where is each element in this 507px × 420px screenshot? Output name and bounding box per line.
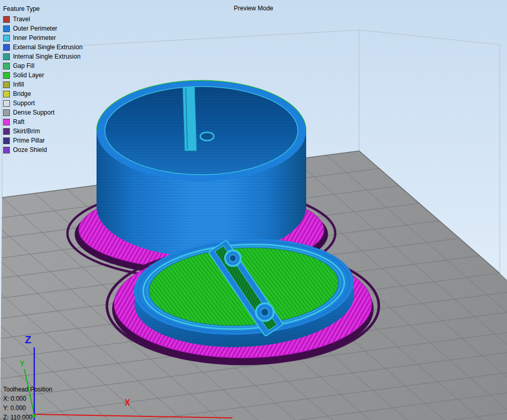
feature-type-legend: Feature Type TravelOuter PerimeterInner … — [3, 4, 83, 155]
legend-item: Skirt/Brim — [3, 127, 83, 136]
legend-item: Travel — [3, 15, 83, 24]
feature-color-swatch — [3, 100, 10, 107]
legend-item-label: Raft — [13, 117, 24, 127]
feature-color-swatch — [3, 25, 10, 32]
legend-item-label: Internal Single Extrusion — [13, 52, 80, 61]
legend-items: TravelOuter PerimeterInner PerimeterExte… — [3, 15, 83, 155]
legend-title: Feature Type — [3, 4, 83, 13]
legend-item: Inner Perimeter — [3, 33, 83, 43]
feature-color-swatch — [3, 109, 10, 116]
feature-color-swatch — [3, 63, 10, 69]
toolhead-title: Toolhead Position — [3, 385, 52, 394]
preview-mode-label: Preview Mode — [234, 5, 273, 12]
feature-color-swatch — [3, 128, 10, 135]
legend-item-label: Travel — [13, 15, 30, 24]
feature-color-swatch — [3, 72, 10, 79]
feature-color-swatch — [3, 53, 10, 60]
legend-item: Prime Pillar — [3, 136, 83, 145]
feature-color-swatch — [3, 16, 10, 23]
legend-item: Bridge — [3, 89, 83, 99]
legend-item: External Single Extrusion — [3, 43, 83, 52]
legend-item: Solid Layer — [3, 71, 83, 80]
feature-color-swatch — [3, 35, 10, 41]
legend-item-label: Skirt/Brim — [13, 127, 40, 136]
feature-color-swatch — [3, 44, 10, 51]
legend-item: Raft — [3, 117, 83, 127]
feature-color-swatch — [3, 91, 10, 97]
legend-item-label: Prime Pillar — [13, 136, 45, 145]
legend-item-label: External Single Extrusion — [13, 43, 83, 52]
legend-item: Ooze Shield — [3, 145, 83, 155]
legend-item-label: Ooze Shield — [13, 145, 47, 155]
preview-window: X Y Z Feature Type TravelOuter Perimeter… — [0, 0, 507, 420]
axis-x-label: X — [125, 398, 130, 407]
legend-item-label: Bridge — [13, 89, 31, 99]
legend-item: Internal Single Extrusion — [3, 52, 83, 61]
legend-item-label: Infill — [13, 80, 24, 89]
legend-item-label: Dense Support — [13, 108, 54, 117]
feature-color-swatch — [3, 147, 10, 153]
legend-item-label: Gap Fill — [13, 61, 34, 71]
toolhead-x-readout: X: 0.000 — [3, 394, 52, 403]
screw-boss — [200, 132, 214, 141]
internal-divider-wall — [183, 86, 197, 151]
legend-item: Infill — [3, 80, 83, 89]
toolhead-position-panel: Toolhead Position X: 0.000 Y: 0.000 Z: 1… — [3, 385, 52, 420]
toolhead-z-readout: Z: 110.000 — [3, 413, 52, 420]
toolhead-y-readout: Y: 0.000 — [3, 403, 52, 413]
legend-item-label: Inner Perimeter — [13, 33, 56, 43]
print-object-body[interactable] — [97, 80, 306, 257]
axis-y-label: Y — [20, 359, 25, 368]
legend-item: Support — [3, 99, 83, 108]
axis-z-label: Z — [25, 334, 31, 345]
feature-color-swatch — [3, 81, 10, 88]
legend-item-label: Solid Layer — [13, 71, 44, 80]
legend-item-label: Support — [13, 99, 35, 108]
legend-item: Outer Perimeter — [3, 24, 83, 33]
feature-color-swatch — [3, 137, 10, 144]
legend-item-label: Outer Perimeter — [13, 24, 57, 33]
feature-color-swatch — [3, 119, 10, 125]
legend-item: Gap Fill — [3, 61, 83, 71]
legend-item: Dense Support — [3, 108, 83, 117]
